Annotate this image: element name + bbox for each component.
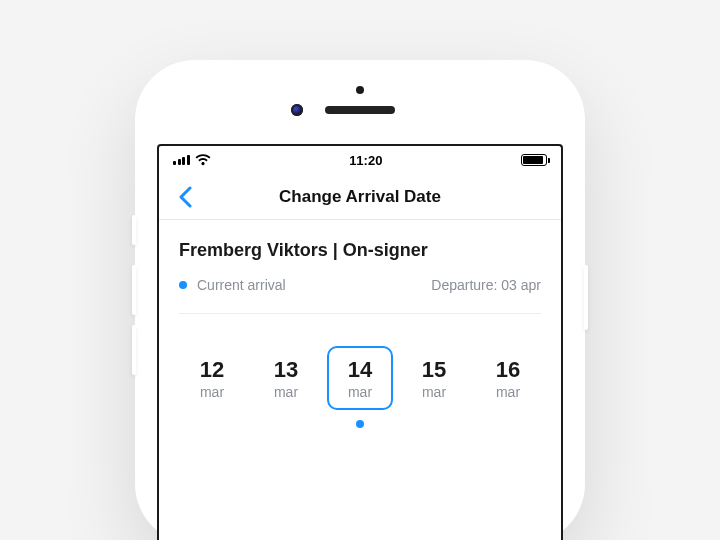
legend-dot-icon [179, 281, 187, 289]
page-dot-icon [356, 420, 364, 428]
date-month: mar [403, 384, 465, 400]
date-picker[interactable]: 12 mar 13 mar 14 mar 15 mar 16 mar [179, 346, 541, 410]
power-button [584, 265, 588, 330]
arrival-meta-row: Current arrival Departure: 03 apr [179, 277, 541, 314]
status-left [173, 154, 211, 166]
content-area: Fremberg Viktors | On-signer Current arr… [159, 220, 561, 428]
mute-switch [132, 215, 136, 245]
date-day: 16 [477, 358, 539, 382]
date-day: 13 [255, 358, 317, 382]
date-option-0[interactable]: 12 mar [179, 346, 245, 410]
phone-sensors [157, 88, 563, 124]
status-clock: 11:20 [349, 153, 382, 168]
battery-icon [521, 154, 547, 166]
phone-mockup: 11:20 Change Arrival Date Fremberg Vikto… [135, 60, 585, 540]
date-day: 12 [181, 358, 243, 382]
back-button[interactable] [165, 174, 205, 219]
date-month: mar [181, 384, 243, 400]
chevron-left-icon [178, 186, 192, 208]
date-month: mar [255, 384, 317, 400]
status-bar: 11:20 [159, 146, 561, 174]
date-month: mar [477, 384, 539, 400]
volume-down-button [132, 325, 136, 375]
current-arrival-label: Current arrival [197, 277, 286, 293]
page-title: Change Arrival Date [279, 187, 441, 207]
screen: 11:20 Change Arrival Date Fremberg Vikto… [157, 144, 563, 540]
date-month: mar [329, 384, 391, 400]
proximity-sensor-icon [356, 86, 364, 94]
date-option-2-selected[interactable]: 14 mar [327, 346, 393, 410]
wifi-icon [195, 154, 211, 166]
cellular-signal-icon [173, 155, 190, 165]
earpiece-speaker-icon [325, 106, 395, 114]
date-day: 14 [329, 358, 391, 382]
date-option-1[interactable]: 13 mar [253, 346, 319, 410]
date-option-3[interactable]: 15 mar [401, 346, 467, 410]
person-header: Fremberg Viktors | On-signer [179, 240, 541, 261]
date-option-4[interactable]: 16 mar [475, 346, 541, 410]
departure-label: Departure: 03 apr [431, 277, 541, 293]
volume-up-button [132, 265, 136, 315]
front-camera-icon [291, 104, 303, 116]
navigation-bar: Change Arrival Date [159, 174, 561, 220]
page-indicator [179, 420, 541, 428]
date-day: 15 [403, 358, 465, 382]
current-arrival-legend: Current arrival [179, 277, 286, 293]
